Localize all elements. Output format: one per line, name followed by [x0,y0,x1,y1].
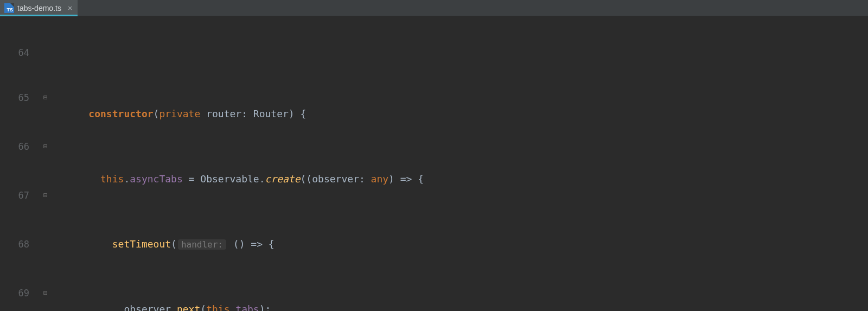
inlay-hint: handler: [178,239,226,250]
fold-marker[interactable]: ⊟ [39,187,52,204]
fold-marker[interactable]: ⊟ [39,90,52,106]
file-tab-label: tabs-demo.ts [17,4,61,12]
tab-bar: TS tabs-demo.ts × [0,0,868,16]
line-number: 65 [0,90,29,106]
line-number: 66 [0,138,29,155]
fold-marker[interactable]: ⊟ [39,285,52,301]
fold-marker[interactable] [39,236,52,252]
line-number: 68 [0,236,29,252]
fold-gutter: ⊟ ⊟ ⊟ ⊟ ⊟ ⊟ ⊟ ⊟ ⊟ [39,16,52,311]
typescript-file-icon: TS [4,3,14,13]
code-line[interactable]: this.asyncTabs = Observable.create((obse… [65,171,868,187]
code-area[interactable]: constructor(private router: Router) { th… [52,16,868,311]
code-line[interactable]: constructor(private router: Router) { [65,106,868,122]
file-tab-active[interactable]: TS tabs-demo.ts × [0,0,78,16]
line-number: 64 [0,49,29,57]
fold-marker[interactable]: ⊟ [39,138,52,155]
fold-marker[interactable] [39,49,52,57]
close-icon[interactable]: × [68,4,72,12]
code-line[interactable]: observer.next(this.tabs); [65,301,868,311]
line-number: 67 [0,187,29,204]
line-number-gutter: 64 65 66 67 68 69 70 71 72 73 74 75 76 7… [0,16,39,311]
code-editor[interactable]: 64 65 66 67 68 69 70 71 72 73 74 75 76 7… [0,16,868,311]
code-line[interactable]: setTimeout(handler: () => { [65,236,868,252]
line-number: 69 [0,285,29,301]
code-line[interactable] [65,49,868,57]
